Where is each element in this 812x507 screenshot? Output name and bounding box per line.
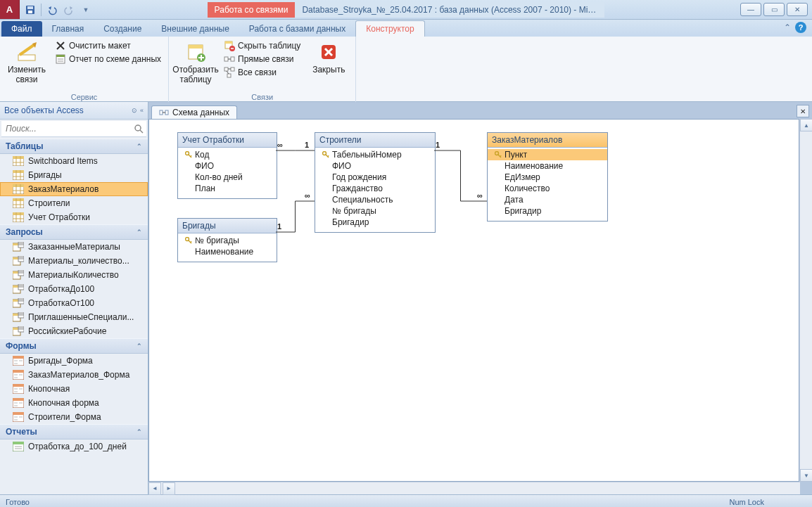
nav-item[interactable]: МатериалыКоличество: [0, 268, 148, 282]
ribbon-collapse-icon[interactable]: ⌃: [784, 23, 791, 32]
table-field[interactable]: ФИО: [315, 160, 435, 172]
table-field[interactable]: Наименование: [178, 246, 277, 257]
key-icon: [495, 207, 502, 214]
relationship-report-button[interactable]: Отчет по схеме данных: [52, 53, 164, 65]
status-text: Готово: [6, 498, 30, 506]
tab-file[interactable]: Файл: [1, 21, 42, 37]
tab-database-tools[interactable]: Работа с базами данных: [239, 21, 355, 37]
table-field[interactable]: Дата: [488, 194, 607, 205]
key-icon: [185, 248, 192, 255]
tab-design[interactable]: Конструктор: [355, 20, 424, 37]
table-box[interactable]: СтроителиТабельныйНомерФИОГод рожденияГр…: [315, 132, 436, 233]
table-header[interactable]: Учет Отработки: [178, 133, 277, 148]
save-icon[interactable]: [23, 2, 38, 18]
relationships-canvas[interactable]: Учет ОтработкиКодФИОКол-во днейПланСтрои…: [148, 119, 799, 482]
nav-item[interactable]: ОтработкаДо100: [0, 282, 148, 296]
document-tab[interactable]: Схема данных: [151, 105, 237, 119]
clear-layout-button[interactable]: Очистить макет: [52, 39, 164, 52]
table-field[interactable]: Бригадир: [315, 217, 435, 228]
all-relationships-button[interactable]: Все связи: [221, 66, 303, 79]
table-header[interactable]: Строители: [315, 133, 435, 148]
nav-item[interactable]: Бригады: [0, 168, 148, 182]
table-box[interactable]: Бригады№ бригадыНаименование: [177, 218, 277, 262]
nav-item[interactable]: Кнопочная: [0, 382, 148, 396]
nav-item[interactable]: ОтработкаОт100: [0, 296, 148, 310]
vertical-scrollbar[interactable]: ▲ ▼: [799, 119, 812, 482]
nav-item[interactable]: Строители: [0, 196, 148, 210]
nav-item[interactable]: ЗаказМатериалов_Форма: [0, 368, 148, 382]
tab-create[interactable]: Создание: [94, 21, 151, 37]
scroll-up-button[interactable]: ▲: [800, 119, 812, 131]
table-field[interactable]: ТабельныйНомер: [315, 149, 435, 160]
nav-pane-header[interactable]: Все объекты Access ⊙«: [0, 102, 148, 120]
close-window-button[interactable]: ✕: [787, 3, 808, 16]
nav-item[interactable]: Учет Отработки: [0, 210, 148, 224]
query-icon: [13, 298, 24, 308]
table-header[interactable]: ЗаказМатериалов: [488, 133, 607, 148]
nav-item[interactable]: Строители_Форма: [0, 410, 148, 424]
table-field[interactable]: Наименование: [488, 160, 607, 172]
nav-item[interactable]: ПриглашенныеСпециали...: [0, 310, 148, 324]
nav-item[interactable]: ЗаказМатериалов: [0, 182, 148, 196]
nav-search-input[interactable]: [4, 123, 134, 134]
nav-item[interactable]: Бригады_Форма: [0, 354, 148, 368]
scroll-left-button[interactable]: ◄: [148, 482, 161, 495]
nav-group-header[interactable]: Отчеты⌃: [0, 424, 148, 439]
query-icon: [13, 242, 24, 252]
nav-item[interactable]: Кнопочная форма: [0, 396, 148, 410]
nav-item[interactable]: РоссийскиеРабочие: [0, 324, 148, 338]
nav-group-header[interactable]: Таблицы⌃: [0, 139, 148, 154]
edit-relationships-button[interactable]: Изменить связи: [4, 39, 49, 86]
table-field[interactable]: Количество: [488, 183, 607, 194]
nav-item[interactable]: Switchboard Items: [0, 154, 148, 168]
close-button[interactable]: Закрыть: [306, 39, 351, 76]
table-field[interactable]: ФИО: [178, 160, 277, 172]
table-field[interactable]: Гражданство: [315, 183, 435, 194]
undo-icon[interactable]: [44, 2, 60, 18]
table-field[interactable]: План: [178, 183, 277, 194]
help-icon[interactable]: ?: [795, 22, 806, 33]
svg-rect-105: [19, 402, 23, 404]
direct-relationships-button[interactable]: Прямые связи: [221, 53, 303, 65]
table-box[interactable]: Учет ОтработкиКодФИОКол-во днейПлан: [177, 132, 277, 199]
document-close-button[interactable]: ✕: [797, 105, 809, 117]
qat-dropdown-icon[interactable]: ▼: [78, 2, 94, 18]
nav-item[interactable]: Отработка_до_100_дней: [0, 439, 148, 454]
tab-home[interactable]: Главная: [42, 21, 94, 37]
maximize-button[interactable]: ▭: [763, 3, 785, 16]
search-icon[interactable]: [134, 124, 144, 134]
nav-group-header[interactable]: Запросы⌃: [0, 224, 148, 240]
nav-group-header[interactable]: Формы⌃: [0, 338, 148, 354]
scroll-down-button[interactable]: ▼: [800, 469, 812, 482]
nav-search[interactable]: [1, 121, 146, 137]
redo-icon[interactable]: [61, 2, 77, 18]
relation-cardinality: ∞: [305, 191, 310, 200]
nav-item[interactable]: Материалы_количество...: [0, 254, 148, 268]
nav-collapse-icon[interactable]: «: [140, 107, 144, 114]
table-field[interactable]: Год рождения: [315, 172, 435, 183]
table-box[interactable]: ЗаказМатериаловПунктНаименованиеЕдИзмерК…: [487, 132, 608, 222]
svg-rect-47: [13, 212, 24, 215]
workspace: Все объекты Access ⊙« Таблицы⌃Switchboar…: [0, 102, 812, 494]
table-field[interactable]: Кол-во дней: [178, 172, 277, 183]
table-field[interactable]: ЕдИзмер: [488, 172, 607, 183]
scroll-right-button[interactable]: ►: [163, 482, 175, 495]
title-bar: A ▼ Работа со связями Database_Stroyka_№…: [0, 0, 812, 20]
nav-item[interactable]: ЗаказанныеМатериалы: [0, 240, 148, 254]
ribbon-tabs: Файл Главная Создание Внешние данные Раб…: [0, 20, 812, 37]
table-field[interactable]: № бригады: [315, 205, 435, 217]
table-header[interactable]: Бригады: [178, 219, 277, 233]
horizontal-scrollbar[interactable]: ◄ ►: [148, 482, 800, 494]
hide-table-button[interactable]: Скрыть таблицу: [221, 39, 303, 52]
ribbon-group-tools-label: Сервис: [4, 93, 164, 103]
show-table-button[interactable]: Отобразить таблицу: [173, 39, 218, 86]
tab-external-data[interactable]: Внешние данные: [151, 21, 239, 37]
query-icon: [13, 270, 24, 280]
table-field[interactable]: Специальность: [315, 194, 435, 205]
table-field[interactable]: Бригадир: [488, 205, 607, 217]
table-field[interactable]: № бригады: [178, 235, 277, 246]
table-field[interactable]: Пункт: [488, 149, 607, 160]
nav-dropdown-icon[interactable]: ⊙: [132, 107, 137, 114]
minimize-button[interactable]: —: [740, 3, 761, 16]
table-field[interactable]: Код: [178, 149, 277, 160]
